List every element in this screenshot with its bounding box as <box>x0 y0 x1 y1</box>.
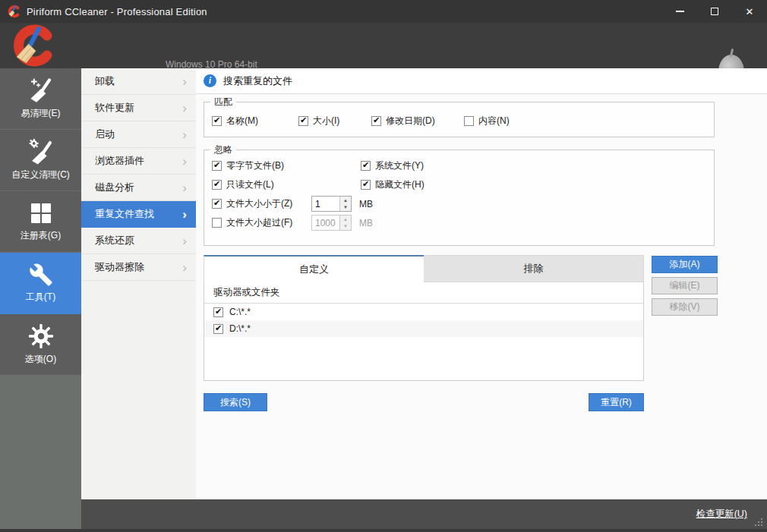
checkbox-drive-d[interactable]: ✔ <box>213 324 223 334</box>
checkbox-match-name[interactable]: ✔ 名称(M) <box>212 115 298 127</box>
sidebar-item-label: 易清理(E) <box>21 107 61 120</box>
chevron-right-icon: › <box>182 181 187 194</box>
submenu-item-label: 磁盘分析 <box>95 181 134 194</box>
checkbox-zero-byte-files[interactable]: ✔ 零字节文件(B) <box>212 159 361 172</box>
submenu-item-uninstall[interactable]: 卸载 › <box>81 68 196 95</box>
edit-button[interactable]: 编辑(E) <box>652 277 718 294</box>
spinner-buttons: ▲ ▼ <box>339 197 351 211</box>
size-under-label: 文件大小小于(Z) <box>226 197 311 210</box>
sidebar-item-registry[interactable]: 注册表(G) <box>0 191 81 253</box>
sidebar-item-label: 选项(O) <box>25 353 56 366</box>
checkbox-size-over[interactable]: ✔ <box>212 218 222 228</box>
drives-panel: 驱动器或文件夹 ✔ C:\*.* ✔ D:\*.* <box>204 282 644 381</box>
page-header: i 搜索重复的文件 <box>196 68 767 94</box>
chevron-right-icon: › <box>182 102 187 115</box>
checkbox-size-under[interactable]: ✔ <box>212 199 222 209</box>
size-over-unit: MB <box>359 218 373 228</box>
submenu-item-software-updater[interactable]: 软件更新 › <box>81 95 196 121</box>
checkbox-label: 内容(N) <box>478 115 510 127</box>
checkbox-label: 大小(I) <box>313 115 339 127</box>
checkbox-icon: ✔ <box>361 180 371 190</box>
sidebar-item-tools[interactable]: 工具(T) <box>0 253 81 314</box>
custom-clean-broom-gear-icon <box>27 139 55 165</box>
checkbox-icon: ✔ <box>371 116 381 126</box>
info-icon: i <box>204 74 216 87</box>
tab-custom[interactable]: 自定义 <box>204 255 424 282</box>
spin-down-button[interactable]: ▼ <box>340 204 351 212</box>
checkbox-match-size[interactable]: ✔ 大小(I) <box>298 115 371 127</box>
drive-row-d[interactable]: ✔ D:\*.* <box>204 320 643 337</box>
window-title: Piriform CCleaner - Professional Edition <box>27 6 207 17</box>
tools-wrench-icon <box>29 263 53 287</box>
checkbox-label: 名称(M) <box>226 115 258 127</box>
include-exclude-tabs: 自定义 排除 <box>204 255 644 282</box>
checkbox-system-files[interactable]: ✔ 系统文件(Y) <box>361 159 424 172</box>
drive-path: D:\*.* <box>229 323 251 334</box>
checkbox-label: 零字节文件(B) <box>226 159 284 172</box>
submenu-item-startup[interactable]: 启动 › <box>81 121 196 148</box>
submenu-item-label: 重复文件查找 <box>95 207 154 221</box>
submenu-item-disk-analyzer[interactable]: 磁盘分析 › <box>81 175 196 201</box>
sidebar-item-label: 自定义清理(C) <box>11 168 70 181</box>
chevron-right-icon: › <box>182 155 187 168</box>
checkbox-drive-c[interactable]: ✔ <box>213 307 223 317</box>
submenu-item-drive-wiper[interactable]: 驱动器擦除 › <box>81 254 196 281</box>
submenu-item-browser-plugins[interactable]: 浏览器插件 › <box>81 148 196 175</box>
resize-grip[interactable] <box>753 517 763 527</box>
spin-up-button[interactable]: ▲ <box>340 216 351 223</box>
sidebar-item-options[interactable]: 选项(O) <box>0 314 81 376</box>
reset-button[interactable]: 重置(R) <box>589 393 644 411</box>
checkbox-icon: ✔ <box>361 161 371 171</box>
size-under-unit: MB <box>359 199 373 209</box>
ignore-size-over-row: ✔ 文件大小超过(F) ▲ ▼ MB <box>204 213 714 232</box>
ignore-row: ✔ 只读文件(L) ✔ 隐藏文件(H) <box>204 175 714 194</box>
page-title: 搜索重复的文件 <box>223 74 292 88</box>
match-legend: 匹配 <box>210 96 236 109</box>
sidebar: 易清理(E) 自定义清理(C) <box>0 68 81 532</box>
minimize-button[interactable] <box>662 0 697 23</box>
size-over-input[interactable] <box>312 216 339 230</box>
remove-button[interactable]: 移除(V) <box>652 298 718 316</box>
sidebar-item-easy-clean[interactable]: 易清理(E) <box>0 68 81 130</box>
search-button[interactable]: 搜索(S) <box>204 393 267 411</box>
checkbox-icon: ✔ <box>298 116 308 126</box>
checkbox-hidden-files[interactable]: ✔ 隐藏文件(H) <box>361 178 425 191</box>
submenu-item-duplicate-finder[interactable]: 重复文件查找 › <box>81 201 196 228</box>
checkbox-icon: ✔ <box>212 161 222 171</box>
submenu-item-label: 启动 <box>95 127 115 141</box>
maximize-icon <box>711 8 718 15</box>
checkbox-match-content[interactable]: ✔ 内容(N) <box>464 115 510 127</box>
close-button[interactable]: ✕ <box>732 0 767 23</box>
chevron-right-icon: › <box>182 261 187 274</box>
main-content: i 搜索重复的文件 匹配 ✔ 名称(M) ✔ 大小(I) ✔ 修改日期(D) <box>196 68 767 499</box>
check-updates-link[interactable]: 检查更新(U) <box>696 508 747 521</box>
spin-down-button[interactable]: ▼ <box>340 223 351 231</box>
checkbox-label: 只读文件(L) <box>226 178 274 191</box>
submenu-item-system-restore[interactable]: 系统还原 › <box>81 228 196 254</box>
checkbox-icon: ✔ <box>464 116 474 126</box>
registry-grid-icon <box>29 201 53 225</box>
ccleaner-logo <box>10 24 55 67</box>
maximize-button[interactable] <box>697 0 732 23</box>
sidebar-item-custom-clean[interactable]: 自定义清理(C) <box>0 130 81 191</box>
submenu-item-label: 卸载 <box>95 74 115 88</box>
size-under-input[interactable] <box>312 197 339 211</box>
sidebar-item-label: 注册表(G) <box>21 229 61 242</box>
app-logo-icon <box>7 5 21 18</box>
submenu-item-label: 浏览器插件 <box>95 154 144 168</box>
window-controls: ✕ <box>662 0 767 23</box>
checkbox-icon: ✔ <box>212 116 222 126</box>
spin-up-button[interactable]: ▲ <box>340 197 351 204</box>
add-button[interactable]: 添加(A) <box>652 256 718 273</box>
sidebar-item-label: 工具(T) <box>26 291 55 304</box>
close-icon: ✕ <box>746 6 754 17</box>
submenu-item-label: 系统还原 <box>95 234 134 247</box>
chevron-right-icon: › <box>182 128 187 141</box>
checkbox-match-modified-date[interactable]: ✔ 修改日期(D) <box>371 115 464 127</box>
titlebar: Piriform CCleaner - Professional Edition… <box>0 0 767 23</box>
drives-column-header: 驱动器或文件夹 <box>204 282 643 304</box>
tab-exclude[interactable]: 排除 <box>424 255 644 282</box>
drive-row-c[interactable]: ✔ C:\*.* <box>204 304 643 320</box>
checkbox-readonly-files[interactable]: ✔ 只读文件(L) <box>212 178 361 191</box>
ccleaner-window: Piriform CCleaner - Professional Edition… <box>0 0 767 532</box>
